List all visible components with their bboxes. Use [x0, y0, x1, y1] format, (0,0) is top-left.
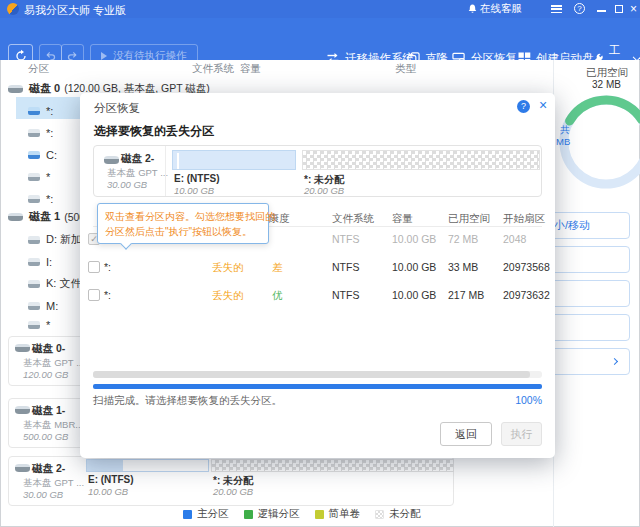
pending-operations-button[interactable]: 没有待执行操作: [90, 44, 198, 68]
partition-e-label: E: (NTFS): [88, 474, 134, 485]
scan-percent: 100%: [515, 394, 542, 406]
close-button[interactable]: ×: [630, 2, 637, 16]
tooltip-line1: 双击查看分区内容。勾选您想要找回的: [105, 209, 261, 224]
drive-icon: [28, 280, 40, 288]
hint-tooltip: 双击查看分区内容。勾选您想要找回的 分区然后点击"执行"按钮以恢复。: [97, 203, 269, 244]
disk-icon: [15, 344, 30, 352]
partition-recovery-icon: [452, 52, 466, 65]
bell-icon: [468, 4, 477, 14]
tooltip-arrow: [120, 238, 131, 249]
toolbar-partition-recovery[interactable]: 分区恢复: [452, 49, 517, 67]
online-service-button[interactable]: 在线客服: [468, 2, 522, 16]
dialog-partition-block-unallocated[interactable]: [302, 150, 540, 170]
scan-progress-bar: [93, 384, 542, 389]
dialog-partition-block-e[interactable]: [172, 150, 296, 170]
redo-button[interactable]: [61, 44, 84, 68]
column-type: 类型: [395, 62, 416, 76]
toolbar-create-bootdisk[interactable]: 创建启动盘: [518, 49, 594, 67]
tooltip-line2: 分区然后点击"执行"按钮以恢复。: [105, 224, 261, 239]
disk-icon: [15, 464, 30, 472]
diskmap-row-disk2[interactable]: 磁盘 2- 基本盘 GPT ... 30.00 GB E: (NTFS) 10.…: [8, 456, 454, 506]
titlebar: 易我分区大师 专业版 在线客服 ? ×: [0, 0, 640, 18]
partition-recovery-dialog: 分区恢复 ? × 选择要恢复的丢失分区 磁盘 2- 基本盘 GPT ... 30…: [80, 93, 555, 458]
app-title: 易我分区大师 专业版: [24, 3, 126, 18]
disk-icon: [8, 213, 23, 221]
bootdisk-label: 创建启动盘: [536, 51, 594, 66]
maximize-button[interactable]: [615, 5, 623, 13]
titlebar-help-icon[interactable]: ?: [574, 3, 585, 14]
legend-logical-label: 逻辑分区: [258, 507, 300, 521]
chevron-down-icon: [633, 52, 640, 60]
drive-icon: [28, 151, 40, 159]
drive-icon: [28, 236, 40, 244]
drive-icon: [28, 173, 40, 181]
col-start-sector: 开始扇区: [503, 212, 545, 226]
chevron-right-icon: [611, 358, 618, 365]
drive-icon: [28, 258, 40, 266]
bootdisk-icon: [518, 52, 531, 65]
col-used: 已用空间: [448, 212, 490, 226]
undo-icon: [44, 50, 57, 63]
wrench-icon: [592, 52, 604, 65]
dialog-partition-e-label: E: (NTFS): [174, 173, 220, 184]
legend-primary-swatch: [183, 510, 192, 519]
dialog-help-icon[interactable]: ?: [517, 100, 530, 113]
tree-disk1-name: 磁盘 1: [29, 209, 60, 224]
legend-simple-swatch: [315, 510, 324, 519]
execute-button[interactable]: 执行: [501, 422, 542, 446]
redo-icon: [66, 50, 79, 63]
drive-icon: [28, 302, 40, 310]
partition-unallocated-size: 20.00 GB: [213, 486, 253, 497]
migrate-icon: [326, 52, 340, 64]
used-space-value: 32 MB: [592, 79, 621, 90]
disk-icon: [15, 406, 30, 414]
minimize-button[interactable]: [597, 10, 606, 12]
column-capacity: 容量: [240, 62, 261, 76]
col-capacity: 容量: [392, 212, 413, 226]
legend: 主分区 逻辑分区 简单卷 未分配: [183, 507, 421, 521]
drive-icon: [28, 195, 40, 203]
clone-label: 克隆: [425, 51, 448, 66]
dialog-disk-size: 30.00 GB: [107, 179, 147, 190]
online-service-label: 在线客服: [480, 2, 522, 16]
legend-unallocated-swatch: [375, 510, 384, 519]
row-checkbox[interactable]: [88, 289, 100, 301]
legend-primary-label: 主分区: [197, 507, 229, 521]
disk-icon: [104, 156, 119, 164]
menu-list-icon[interactable]: [551, 5, 562, 13]
dialog-disk-strip: 磁盘 2- 基本盘 GPT ... 30.00 GB E: (NTFS) 10.…: [93, 145, 542, 197]
partition-block-unallocated[interactable]: [211, 459, 454, 472]
scan-status-text: 扫描完成。请选择想要恢复的丢失分区。: [93, 394, 282, 408]
app-logo-icon: [7, 3, 19, 15]
legend-unallocated-label: 未分配: [389, 507, 421, 521]
strip-divider: [165, 146, 166, 196]
col-filesystem: 文件系统: [332, 212, 374, 226]
dialog-subtitle: 选择要恢复的丢失分区: [94, 123, 214, 140]
drive-icon: [28, 129, 40, 137]
column-filesystem: 文件系统: [192, 62, 234, 76]
toolbar-tools[interactable]: 工具: [592, 49, 640, 67]
legend-logical-swatch: [244, 510, 253, 519]
dialog-partition-e-size: 10.00 GB: [174, 185, 214, 196]
horizontal-scrollbar[interactable]: [93, 371, 542, 378]
dialog-disk-name: 磁盘 2-: [121, 152, 154, 166]
back-button[interactable]: 返回: [440, 422, 492, 446]
drive-icon: [28, 107, 40, 115]
row-checkbox[interactable]: [88, 261, 100, 273]
scrollbar-thumb[interactable]: [93, 371, 530, 378]
column-partition: 分区: [28, 62, 49, 76]
legend-simple-label: 简单卷: [329, 507, 361, 521]
partition-block-e[interactable]: [86, 459, 209, 472]
dialog-title: 分区恢复: [94, 101, 140, 116]
disk-icon: [8, 85, 23, 93]
toolbar: 没有待执行操作 迁移操作系统 克隆 分区恢复 创建启动盘 工具: [0, 18, 640, 60]
app-window: 易我分区大师 专业版 在线客服 ? × 没有待执行操作 迁移操作系统: [0, 0, 640, 527]
play-icon: [101, 52, 107, 60]
partition-recovery-label: 分区恢复: [471, 51, 517, 66]
donut-text-mb: MB: [556, 136, 570, 147]
refresh-icon: [14, 49, 28, 63]
dialog-close-icon[interactable]: ×: [539, 97, 547, 113]
pending-operations-label: 没有待执行操作: [113, 49, 187, 63]
used-space-label: 已用空间: [586, 66, 628, 80]
dialog-partition-unallocated-size: 20.00 GB: [304, 185, 344, 196]
